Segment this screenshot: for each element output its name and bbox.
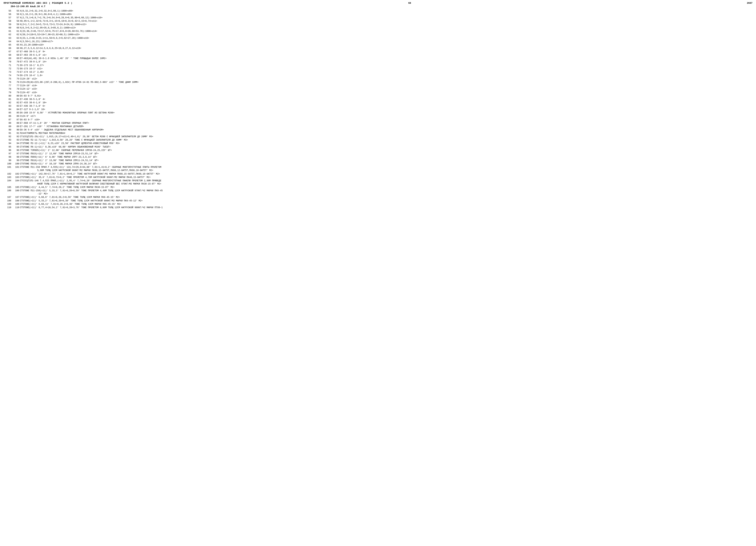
row-num1: 92 (4, 135, 12, 139)
row-num2: 96 (12, 149, 20, 152)
table-row: 8989Е7-291 17-7' о10' ' УСТАНОВКА МОНТАЖ… (4, 125, 752, 128)
table-row: 8080Е6-83 9-7' 0,01+ (4, 94, 752, 98)
row-num1: 100 (4, 162, 12, 166)
row-content: Е7-174 16-2' 2,46+ (20, 70, 752, 74)
table-row: 7373Е7-174 16-2' 2,46+ (4, 70, 752, 74)
row-num1: 90 (4, 128, 12, 132)
row-content: С124-28' о12+ (20, 77, 752, 81)
row-num2: 110 (12, 206, 20, 209)
row-num1: 67 (4, 50, 12, 54)
table-row: 107107СТ5ТОЖЕ(=11)' 6,68,8' 7,81+0,20,2+… (4, 196, 752, 199)
row-content: СТ5ТОЖЕ П11-158(=11)' 5,33,3' 7,81+0,20+… (20, 189, 752, 196)
row-content: X0,27,5,5,0,12+14,5,0,6,0,25+10,0,27,0,1… (20, 47, 752, 50)
row-content: X4,23,28:1000=о18+ (20, 43, 752, 47)
table-row: 7070Е7-472 39-9-1,8' 14+ (4, 60, 752, 64)
row-num2: 57 (12, 16, 20, 19)
row-num1: 66 (4, 47, 12, 50)
table-row: 101101СТ5ТОЖЕ П11-158 ПРИЛ.Т 4,П25(=11)'… (4, 166, 752, 172)
row-num1: 60 (4, 26, 12, 30)
table-row: 9797СТ5ТОЖЕ П915(=11)' 2' 12,60' ТОЖЕ МА… (4, 152, 752, 155)
row-content: Е7-433 38-6-1,8' 10+ (20, 101, 752, 104)
row-num2: 98 (12, 155, 20, 159)
row-content: X(1,16,2+1,28,9+1,68,0+0,4,1):1000=о09+ (20, 13, 752, 16)
row-num2: 84 (12, 108, 20, 111)
row-num1: 104 (4, 179, 12, 186)
table-row: 6868Е7-463 39-6-1,8' о1+ (4, 54, 752, 57)
row-content: Е7-460 39-5-1,8' 9+ (20, 50, 752, 54)
row-num1: 88 (4, 121, 12, 125)
table-row: 5656X(1,16,2+1,28,9+1,68,0+0,4,1):1000=о… (4, 13, 752, 16)
row-content: СТ5ТОЖЕ П916(=11)' 2' 13,90' ТОЖЕ МАРКИ … (20, 159, 752, 162)
table-row: 5757X(2,73,1+0,8,7+2,76,2+0,54,6+0,28,6+… (4, 16, 752, 19)
row-content: Е7-472 39-9-1,8' 14+ (20, 60, 752, 64)
row-num2: 71 (12, 64, 20, 67)
row-num2: 99 (12, 159, 20, 162)
row-num1: 79 (4, 91, 12, 94)
row-content: Е7-291 17-7' о10' ' УСТАНОВКА МОНТАЖНЫХ … (20, 125, 752, 128)
table-row: 100100СТ5ТОЖЕ П910(=11)' 4' 10,10' ТОЖЕ … (4, 162, 752, 166)
row-content: С124-12' о15+ (20, 87, 752, 91)
row-num1: 64 (4, 40, 12, 43)
row-content: СТ5ТОЖЕ(=11)' 4,44,5' 7,74+0,20,2' ТОЖЕ … (20, 186, 752, 189)
row-content: СТ2ТОЖЕ П2-11-7(=11)' 1,015,0,58' 28,20'… (20, 139, 752, 142)
row-num2: 83 (12, 105, 20, 108)
table-row: 8181Е7-430 38-5-1,8' 4+ (4, 98, 752, 101)
table-row: 6565X4,23,28:1000=о18+ (4, 43, 752, 47)
table-row: 7878С124-12' о15+ (4, 87, 752, 91)
row-content: Е6-83 9-7' 0,01+ (20, 94, 752, 98)
row-content: Е6-173 16-1' 0,17+ (20, 64, 752, 67)
row-content: П2##СТОИМОСТЬ МЕСТНЫХ МАТЕРИАЛОВ## (20, 132, 752, 135)
row-content: С124-10' о14+ (20, 84, 752, 87)
row-num2: 73 (12, 70, 20, 74)
row-num2: 68 (12, 54, 20, 57)
row-content: СТСССЦТ1П1-146 Т.4,П25 ПРИЛ,(=11)' 2,95,… (20, 179, 752, 186)
row-num2: 66 (12, 47, 20, 50)
row-num2: 86 (12, 115, 20, 118)
row-num2: 82 (12, 101, 20, 104)
table-row: 6161X(23,36,2+46,72+17,52+6,75+17,0+6,8+… (4, 30, 752, 33)
row-content: Е6-176 16-4' 1,8+ (20, 74, 752, 77)
row-num1: 106 (4, 189, 12, 196)
row-num1: 110 (4, 206, 12, 209)
row-content: X(59,2+118+5,52+19+7,96+15,92+88,5):1000… (20, 33, 752, 36)
row-num1: 101 (4, 166, 12, 172)
row-num2: 61 (12, 30, 20, 33)
row-num1: 72 (4, 67, 12, 70)
table-row: 6969Е7-463(А1,48) 39-6-1.8 КОЗо 1,48' 26… (4, 57, 752, 60)
table-row: 5959X(2+1,7,2+2,54+5,72+3,72+3,72+24,9+2… (4, 23, 752, 26)
row-content: Е7-463 39-6-1,8' о1+ (20, 54, 752, 57)
row-content: Е7-463(А1,48) 39-6-1.8 КОЗо 1,48' 26' ' … (20, 57, 752, 60)
table-row: 8686С124-9' о17+ (4, 115, 752, 118)
row-content: СТ5ТОЖЕ(=11)' 35,6' 7,81+0,73+0,2' ТОЖЕ … (20, 176, 752, 179)
row-content: Е6-168 15-9' 0,58' ' УСТРОЙСТВО МОНОЛИТН… (20, 111, 752, 115)
doc-number: 2607 (747, 2, 752, 4)
row-num1: 78 (4, 87, 12, 91)
row-num1: 62 (4, 33, 12, 36)
row-content: Е6-83 9-7' о18+ (20, 118, 752, 121)
row-content: СТ1ССЦТ1П1-29(=11)' 1,015,(0,17+о11+2,46… (20, 135, 752, 139)
row-num2: 76 (12, 81, 20, 84)
row-num2: 80 (12, 94, 20, 98)
row-content: СТ5ТОЖЕ(=11)' 5,33,2' 7,81+0,20+0,38' ТО… (20, 199, 752, 203)
table-row: 6767Е7-460 39-5-1,8' 9+ (4, 50, 752, 54)
table-row: 5858X0,95+1,1+2,32+0,71+0,3+1,15+0,18+0,… (4, 19, 752, 23)
row-num1: 95 (4, 145, 12, 149)
row-content: СТ5ТОЖЕ П9О9(=11)' 6' 8,98' ТОЖЕ МАРКИ 2… (20, 155, 752, 159)
row-num2: 88 (12, 121, 20, 125)
table-row: 6262X(59,2+118+5,52+19+7,96+15,92+88,5):… (4, 33, 752, 36)
table-row: 7474Е6-176 16-4' 1,8+ (4, 74, 752, 77)
row-num2: 74 (12, 74, 20, 77)
row-content: СТ3ТОЖЕ П2-12-(=11)' 0,23,о19' 23,50' РА… (20, 142, 752, 145)
row-content: С124-43' о16+ (20, 91, 752, 94)
row-num2: 89 (12, 125, 20, 128)
table-row: 5555X(0,32,2+0,32,2+0,32,8+2,08,1):1000=… (4, 9, 752, 13)
table-row: 8585Е6-168 15-9' 0,58' ' УСТРОЙСТВО МОНО… (4, 111, 752, 115)
row-content: X0,95+1,1+2,32+0,71+0,3+1,15+0,18+0,31+0… (20, 19, 752, 23)
row-num1: 85 (4, 111, 12, 115)
row-num2: 70 (12, 60, 20, 64)
row-num1: 55 (4, 9, 12, 13)
content-table: 5555X(0,32,2+0,32,2+0,32,8+2,08,1):1000=… (4, 9, 752, 209)
row-content: СТ5ТОЖЕ(=11)' 6,68,11' 7,81+0,20,2+0,38'… (20, 203, 752, 206)
row-num2: 78 (12, 87, 20, 91)
row-content: X(2,73,1+0,8,7+2,76,2+0,54,6+0,28,6+0,35… (20, 16, 752, 19)
